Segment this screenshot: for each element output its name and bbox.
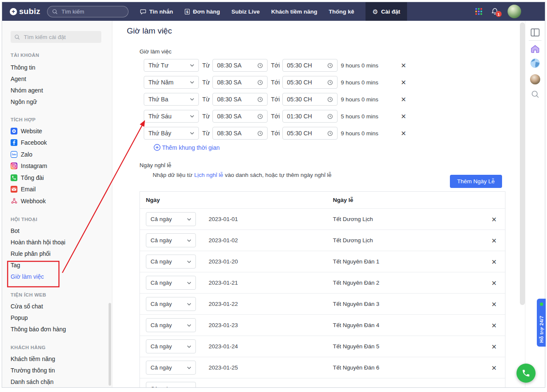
subiz-logo-icon: + — [10, 8, 17, 15]
all-day-select[interactable]: Cả ngày — [146, 318, 196, 332]
day-select[interactable]: Thứ Sáu — [144, 110, 199, 123]
content-scrollbar-thumb[interactable] — [520, 22, 525, 305]
sidebar-item-webhook[interactable]: Webhook — [11, 195, 112, 207]
holiday-calendar-link[interactable]: Lịch nghỉ lễ — [194, 172, 223, 178]
sidebar-item-cua-so-chat[interactable]: Cửa sổ chat — [11, 301, 112, 312]
mini-avatar[interactable] — [530, 74, 540, 84]
sidebar-item-agent[interactable]: Agent — [11, 73, 112, 84]
remove-holiday-button[interactable]: × — [489, 236, 499, 245]
add-timeframe-link[interactable]: Thêm khung thời gian — [153, 144, 220, 151]
nav-item-label: Subiz Live — [232, 8, 260, 15]
support-tab[interactable]: Hỗ trợ 24/7 — [537, 299, 546, 347]
sidebar-item-popup[interactable]: Popup — [11, 312, 112, 324]
remove-holiday-button[interactable]: × — [489, 300, 499, 308]
remove-holiday-button[interactable]: × — [489, 215, 499, 224]
all-day-select[interactable]: Cả ngày — [146, 339, 196, 353]
holiday-date: 2023-01-23 — [209, 322, 238, 328]
remove-row-button[interactable]: × — [401, 78, 406, 87]
sidebar-search[interactable] — [11, 31, 101, 43]
nav-item-leads[interactable]: Khách tiềm năng — [271, 8, 317, 15]
zalo-icon: Zalo — [11, 151, 17, 158]
sidebar-item-truong-thong-tin[interactable]: Trường thông tin — [11, 365, 112, 376]
sidebar-item-email[interactable]: Email — [11, 184, 112, 196]
page-title: Giờ làm việc — [127, 26, 520, 36]
all-day-select[interactable]: Cả ngày — [146, 255, 196, 269]
remove-holiday-button[interactable]: × — [489, 342, 499, 351]
add-holiday-button[interactable]: Thêm Ngày Lễ — [450, 175, 502, 188]
sidebar-item-nhom-agent[interactable]: Nhóm agent — [11, 84, 112, 96]
time-from-input[interactable]: 08:30 SA — [212, 59, 268, 72]
search-icon[interactable] — [531, 90, 539, 98]
subiz-website-icon — [11, 128, 17, 134]
all-day-select[interactable]: Cả ngày — [146, 297, 196, 311]
time-to-input[interactable]: 05:30 CH — [282, 76, 338, 89]
sidebar-item-gio-lam-viec[interactable]: Giờ làm việc — [11, 271, 112, 283]
time-from-input[interactable]: 08:30 SA — [212, 127, 268, 140]
sidebar-item-thong-bao-don-hang[interactable]: Thông báo đơn hàng — [11, 324, 112, 335]
panel-layout-icon[interactable] — [530, 28, 540, 36]
time-from-input[interactable]: 08:30 SA — [212, 93, 268, 106]
time-from-input[interactable]: 08:30 SA — [212, 110, 268, 123]
remove-holiday-button[interactable]: × — [489, 364, 499, 372]
all-day-select[interactable]: Cả ngày — [146, 233, 196, 247]
time-from-input[interactable]: 08:30 SA — [212, 76, 268, 89]
sidebar-item-tag[interactable]: Tag — [11, 260, 112, 271]
sidebar-search-input[interactable] — [23, 34, 92, 41]
globe-icon[interactable] — [530, 58, 540, 68]
notification-bell[interactable]: 1 — [491, 8, 499, 15]
remove-holiday-button[interactable]: × — [489, 258, 499, 266]
sidebar-item-rule-phan-phoi[interactable]: Rule phân phối — [11, 248, 112, 260]
holiday-name: Tết Nguyên Đán 1 — [333, 258, 489, 265]
sidebar-item-khach-tiem-nang[interactable]: Khách tiềm năng — [11, 353, 112, 365]
nav-item-statistics[interactable]: Thống kê — [329, 8, 354, 15]
navbar-right: 1 — [475, 5, 522, 18]
sidebar-item-bot[interactable]: Bot — [11, 225, 112, 237]
app-window: + subiz Tin nhắn $ Đơn hàng Subiz Live — [0, 0, 547, 392]
apps-grid-icon[interactable] — [475, 8, 483, 15]
sidebar-item-ngon-ngu[interactable]: Ngôn ngữ — [11, 96, 112, 107]
home-icon[interactable] — [530, 45, 540, 53]
navbar-search-input[interactable] — [61, 8, 117, 15]
holiday-row: Cả ngày2023-01-25 Tết Nguyên Đán 6 × — [140, 357, 505, 378]
user-avatar[interactable] — [508, 5, 521, 18]
all-day-select[interactable]: Cả ngày — [146, 276, 196, 290]
sidebar-item-website[interactable]: Website — [11, 125, 112, 137]
sidebar-item-facebook[interactable]: Facebook — [11, 137, 112, 149]
nav-item-messages[interactable]: Tin nhắn — [140, 8, 173, 15]
day-select[interactable]: Thứ Tư — [144, 59, 199, 72]
remove-holiday-button[interactable]: × — [489, 321, 499, 330]
phone-call-button[interactable] — [516, 364, 536, 383]
chevron-down-icon — [187, 218, 191, 221]
remove-holiday-button[interactable]: × — [489, 279, 499, 287]
sidebar-item-thong-tin[interactable]: Thông tin — [11, 62, 112, 73]
subiz-logo[interactable]: + subiz — [10, 7, 40, 16]
duration-text: 9 hours 0 mins — [341, 130, 391, 137]
time-to-input[interactable]: 05:30 CH — [282, 127, 338, 140]
remove-row-button[interactable]: × — [401, 95, 406, 104]
day-select[interactable]: Thứ Ba — [144, 93, 199, 106]
sidebar-item-hoan-thanh-hoi-thoai[interactable]: Hoàn thành hội thoại — [11, 237, 112, 248]
all-day-select[interactable]: Cả ngày — [146, 212, 196, 226]
day-select[interactable]: Thứ Năm — [144, 76, 199, 89]
remove-row-button[interactable]: × — [401, 61, 406, 70]
remove-row-button[interactable]: × — [401, 129, 406, 137]
sidebar-scrollbar[interactable] — [109, 303, 111, 386]
sidebar-item-zalo[interactable]: Zalo Zalo — [11, 148, 112, 160]
all-day-select[interactable]: Cả ngày — [146, 361, 196, 375]
sidebar-item-tong-dai[interactable]: Tổng đài — [11, 172, 112, 184]
holiday-row: Cả ngày2023-01-20 Tết Nguyên Đán 1 × — [140, 251, 505, 272]
sidebar-item-danh-sach-chan[interactable]: Danh sách chặn — [11, 376, 112, 388]
clock-icon — [257, 80, 263, 85]
nav-item-subiz-live[interactable]: Subiz Live — [232, 8, 260, 15]
sidebar-item-instagram[interactable]: Instagram — [11, 160, 112, 172]
day-select[interactable]: Thứ Bảy — [144, 127, 199, 140]
duration-text: 9 hours 0 mins — [341, 79, 391, 86]
nav-item-settings-active[interactable]: ⚙ Cài đặt — [366, 2, 407, 21]
remove-row-button[interactable]: × — [401, 112, 406, 120]
time-to-input[interactable]: 05:30 CH — [282, 93, 338, 106]
navbar-search[interactable] — [47, 6, 128, 17]
all-day-select[interactable]: Cả ngày — [146, 382, 196, 387]
time-to-input[interactable]: 01:30 CH — [282, 110, 338, 123]
time-to-input[interactable]: 05:30 CH — [282, 59, 338, 72]
nav-item-orders[interactable]: $ Đơn hàng — [184, 8, 220, 15]
